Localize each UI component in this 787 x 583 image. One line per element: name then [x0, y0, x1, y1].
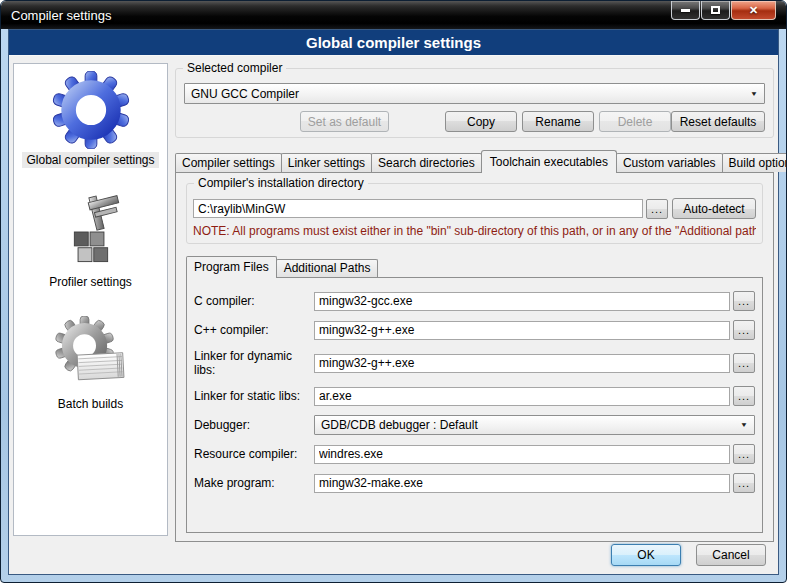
make-program-input[interactable]	[314, 474, 730, 493]
settings-category-sidebar: Global compiler settings	[13, 63, 168, 536]
c-compiler-browse-button[interactable]: ...	[733, 291, 755, 311]
sidebar-item-label: Global compiler settings	[22, 152, 158, 168]
field-row-debugger: Debugger: GDB/CDB debugger : Default ▼	[194, 415, 755, 435]
selected-compiler-group: Selected compiler GNU GCC Compiler ▼ Set…	[175, 68, 774, 138]
install-dir-group-label: Compiler's installation directory	[194, 176, 368, 190]
chevron-down-icon: ▼	[750, 90, 758, 97]
dialog-content: Global compiler settings	[8, 29, 779, 575]
field-row-static-linker: Linker for static libs: ...	[194, 386, 755, 406]
field-label: C++ compiler:	[194, 323, 314, 337]
cancel-button[interactable]: Cancel	[696, 544, 766, 566]
dynamic-linker-browse-button[interactable]: ...	[733, 353, 755, 373]
window-title: Compiler settings	[1, 8, 111, 23]
minimize-button[interactable]	[671, 1, 700, 20]
field-row-dynamic-linker: Linker for dynamic libs: ...	[194, 349, 755, 377]
dynamic-linker-input[interactable]	[314, 354, 730, 373]
chevron-down-icon: ▼	[740, 421, 748, 428]
compiler-select-value: GNU GCC Compiler	[191, 87, 299, 101]
tab-toolchain-executables[interactable]: Toolchain executables	[481, 150, 617, 173]
sidebar-item-label: Profiler settings	[45, 274, 136, 290]
maximize-icon	[711, 6, 720, 14]
field-label: Linker for static libs:	[194, 389, 314, 403]
c-compiler-input[interactable]	[314, 292, 730, 311]
install-dir-input[interactable]	[193, 199, 643, 218]
tab-search-directories[interactable]: Search directories	[371, 153, 482, 172]
maximize-button[interactable]	[701, 1, 730, 20]
tab-compiler-settings[interactable]: Compiler settings	[175, 153, 282, 172]
field-label: Linker for dynamic libs:	[194, 349, 314, 377]
rename-button[interactable]: Rename	[522, 111, 594, 132]
blue-gear-icon	[51, 70, 131, 150]
debugger-select[interactable]: GDB/CDB debugger : Default ▼	[314, 415, 755, 435]
field-row-resource-compiler: Resource compiler: ...	[194, 444, 755, 464]
field-row-make-program: Make program: ...	[194, 473, 755, 493]
set-as-default-button[interactable]: Set as default	[300, 111, 389, 132]
titlebar[interactable]: Compiler settings ✕	[1, 1, 786, 29]
make-program-browse-button[interactable]: ...	[733, 473, 755, 493]
field-label: Debugger:	[194, 418, 314, 432]
resource-compiler-input[interactable]	[314, 445, 730, 464]
compiler-buttons-row: Set as default Copy Rename Delete Reset …	[184, 111, 765, 132]
ok-button[interactable]: OK	[611, 544, 681, 566]
cpp-compiler-input[interactable]	[314, 321, 730, 340]
program-files-panel: C compiler: ... C++ compiler: ... Linker…	[186, 277, 763, 533]
close-button[interactable]: ✕	[731, 1, 776, 20]
programs-notebook: Program Files Additional Paths C compile…	[186, 256, 763, 533]
tab-linker-settings[interactable]: Linker settings	[281, 153, 372, 172]
field-label: Make program:	[194, 476, 314, 490]
minimize-icon	[681, 9, 690, 12]
window-controls: ✕	[670, 1, 776, 20]
resource-compiler-browse-button[interactable]: ...	[733, 444, 755, 464]
debugger-select-value: GDB/CDB debugger : Default	[321, 418, 478, 432]
install-dir-browse-button[interactable]: ...	[646, 199, 668, 219]
field-row-c-compiler: C compiler: ...	[194, 291, 755, 311]
tab-custom-variables[interactable]: Custom variables	[616, 153, 723, 172]
selected-compiler-group-label: Selected compiler	[183, 61, 286, 75]
settings-tabstrip: Compiler settings Linker settings Search…	[175, 150, 774, 172]
copy-button[interactable]: Copy	[445, 111, 517, 132]
field-row-cpp-compiler: C++ compiler: ...	[194, 320, 755, 340]
autodetect-button[interactable]: Auto-detect	[672, 198, 756, 219]
install-note-text: NOTE: All programs must exist either in …	[193, 224, 756, 238]
window: Compiler settings ✕ Global compiler sett…	[0, 0, 787, 583]
toolchain-executables-panel: Compiler's installation directory ... Au…	[175, 172, 774, 542]
tab-build-options[interactable]: Build options	[722, 153, 787, 172]
field-label: C compiler:	[194, 294, 314, 308]
dialog-footer: OK Cancel	[611, 544, 766, 566]
gray-gear-papers-icon	[51, 314, 131, 394]
main-panel: Selected compiler GNU GCC Compiler ▼ Set…	[175, 63, 774, 544]
sidebar-item-profiler-settings[interactable]: Profiler settings	[14, 192, 167, 290]
sidebar-item-batch-builds[interactable]: Batch builds	[14, 314, 167, 412]
cpp-compiler-browse-button[interactable]: ...	[733, 320, 755, 340]
install-dir-row: ... Auto-detect	[193, 198, 756, 219]
static-linker-input[interactable]	[314, 387, 730, 406]
sidebar-item-label: Batch builds	[54, 396, 127, 412]
close-icon: ✕	[749, 5, 758, 16]
reset-defaults-button[interactable]: Reset defaults	[671, 111, 765, 132]
subtab-additional-paths[interactable]: Additional Paths	[276, 259, 379, 277]
caliper-icon	[51, 192, 131, 272]
programs-subtabs: Program Files Additional Paths	[186, 256, 763, 277]
page-title: Global compiler settings	[9, 30, 778, 56]
install-dir-group: Compiler's installation directory ... Au…	[186, 183, 763, 244]
sidebar-item-global-compiler-settings[interactable]: Global compiler settings	[14, 70, 167, 168]
field-label: Resource compiler:	[194, 447, 314, 461]
compiler-select[interactable]: GNU GCC Compiler ▼	[184, 83, 765, 104]
static-linker-browse-button[interactable]: ...	[733, 386, 755, 406]
delete-button[interactable]: Delete	[599, 111, 671, 132]
subtab-program-files[interactable]: Program Files	[186, 256, 277, 278]
